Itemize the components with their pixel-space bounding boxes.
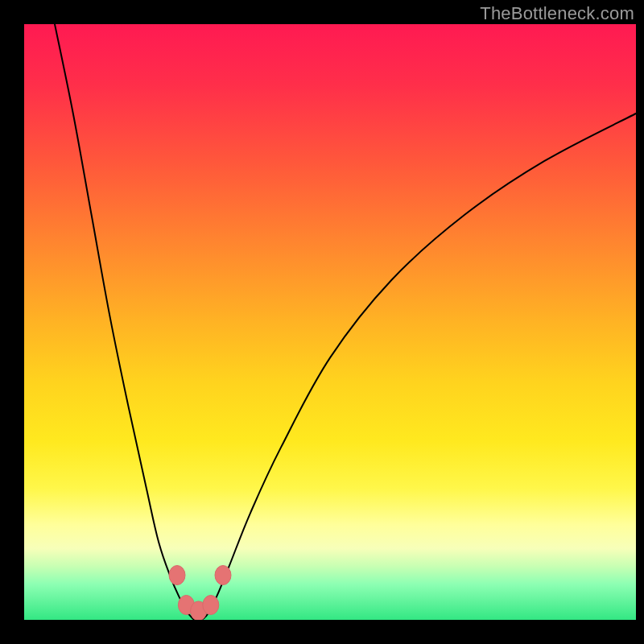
curve-marker bbox=[215, 566, 231, 585]
curves-svg bbox=[24, 24, 636, 620]
curve-marker bbox=[203, 596, 219, 615]
plot-area bbox=[24, 24, 636, 620]
watermark-text: TheBottleneck.com bbox=[480, 3, 634, 24]
markers-group bbox=[169, 566, 231, 621]
chart-stage: TheBottleneck.com bbox=[0, 0, 644, 644]
curve-marker bbox=[169, 566, 185, 585]
curve-left-arm bbox=[55, 24, 194, 620]
curve-right-arm bbox=[201, 114, 636, 620]
